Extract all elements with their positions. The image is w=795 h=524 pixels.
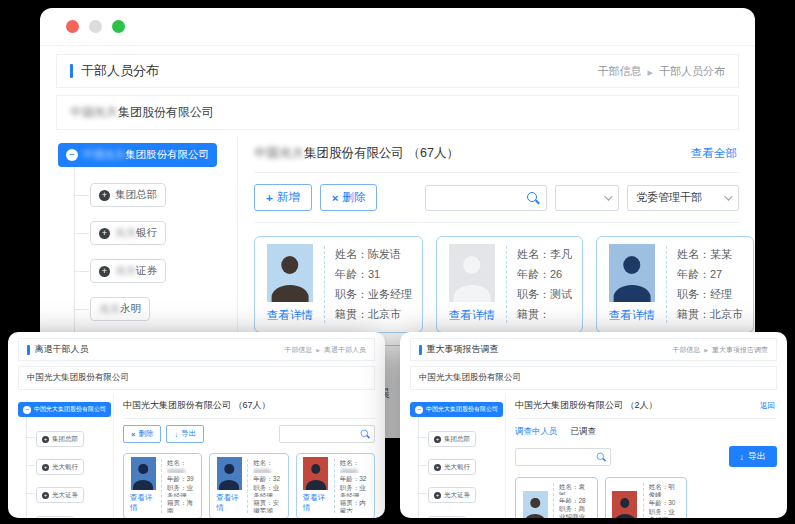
org-tree-panel: 中国光大集团股份有限公司 集团总部 光大银行 光大证券 光大永明 光大金控 光大… [410,394,506,518]
breadcrumb-parent[interactable]: 干部信息 [598,64,642,79]
filter-select-cadre-type[interactable]: 党委管理干部 [627,185,739,211]
tree-node-securities[interactable]: 光大证券 [90,259,166,283]
tree-node-yongming[interactable]: 光大永明 [428,516,466,519]
tree-root-node[interactable]: 中国光大集团股份有限公司 [18,402,111,417]
expand-icon[interactable] [434,464,441,471]
expand-icon[interactable] [42,436,49,443]
search-icon[interactable] [596,451,606,461]
person-card: 查看详情 姓名： 年龄：32 职务：业务经理 籍贯：内蒙古 [296,453,375,518]
expand-icon[interactable] [42,492,49,499]
breadcrumb-current: 重大事项报告调查 [712,345,768,355]
person-origin: 籍贯：内蒙古 [340,499,368,513]
breadcrumb-current: 干部人员分布 [659,64,725,79]
view-detail-link[interactable]: 查看详情 [216,493,242,513]
person-age: 年龄：28 [559,497,591,503]
filter-select-empty[interactable] [555,185,619,211]
collapse-icon[interactable] [23,406,31,414]
person-job: 职务：业务经理 [253,484,281,498]
person-photo [267,244,313,302]
collapse-icon[interactable] [66,149,78,161]
person-card: 调查中 姓名：袁园 年龄：28 职务：商业招商业务经理 籍贯：内蒙古 [515,477,598,518]
breadcrumb-parent[interactable]: 干部信息 [672,345,700,355]
page-title: 干部人员分布 [81,62,159,80]
tree-root-node[interactable]: 中国光大集团股份有限公司 [58,143,217,167]
person-name: 姓名： [167,459,195,473]
person-job: 职务：业务经理 [335,287,412,302]
person-origin: 籍贯：北京市 [677,307,743,322]
download-icon [174,430,178,439]
export-button[interactable]: 导出 [166,425,204,443]
person-job: 职务：业务经理 [649,508,681,518]
tree-node-yongming[interactable]: 光大永明 [90,297,150,321]
view-detail-link[interactable]: 查看详情 [267,308,313,323]
breadcrumb: 干部信息 干部人员分布 [598,64,725,79]
tree-node-securities[interactable]: 光大证券 [36,487,84,503]
export-button[interactable]: 导出 [729,446,778,467]
person-count: （67人） [234,400,271,410]
tree-node-securities[interactable]: 光大证券 [428,487,476,503]
collapse-icon[interactable] [415,406,423,414]
tree-root-node[interactable]: 中国光大集团股份有限公司 [410,402,503,417]
person-name: 姓名：明俊峰 [649,483,681,497]
delete-button[interactable]: 删除 [123,425,161,443]
plus-icon [266,192,273,204]
tree-node-hq[interactable]: 集团总部 [90,183,166,207]
search-icon[interactable] [526,191,540,205]
person-card: 查看详情 姓名：某某 年龄：27 职务：经理 籍贯：北京市 [596,236,754,333]
tree-node-bank[interactable]: 光大银行 [428,459,476,475]
add-button[interactable]: 新增 [254,184,312,211]
expand-icon[interactable] [434,492,441,499]
tab-under-investigation[interactable]: 调查中人员 [515,426,558,438]
person-card: 查看详情 姓名： 年龄：39 职务：业务经理 籍贯：海南 [123,453,202,518]
window-retired-cadres: 离退干部人员 干部信息 离退干部人员 中国光大集团股份有限公司 中国光大集团股份… [8,332,385,518]
tree-node-hq[interactable]: 集团总部 [428,431,476,447]
search-input[interactable] [280,431,358,438]
cross-icon [332,192,339,204]
company-name-prefix-redacted: 中国光大 [70,105,118,119]
cross-icon [131,430,135,439]
company-bar: 中国光大集团股份有限公司 [410,366,777,390]
view-detail-link[interactable]: 查看详情 [609,308,655,323]
redacted-name [167,469,185,473]
back-link[interactable]: 返回 [760,401,775,411]
person-photo [523,491,548,518]
redacted-name [340,469,358,473]
breadcrumb-parent[interactable]: 干部信息 [284,345,312,355]
page-title: 重大事项报告调查 [427,343,499,356]
person-photo-placeholder [449,244,495,302]
expand-icon[interactable] [42,464,49,471]
person-count: （2人） [626,400,658,410]
search-input[interactable] [426,192,526,204]
expand-icon[interactable] [99,190,110,201]
search-input[interactable] [516,453,594,460]
person-photo [217,457,242,490]
breadcrumb: 干部信息 离退干部人员 [284,345,366,355]
view-detail-link[interactable]: 查看详情 [449,308,495,323]
person-name: 姓名：李凡 [517,247,572,262]
tab-investigated[interactable]: 已调查 [571,426,597,438]
delete-button[interactable]: 删除 [320,184,378,211]
view-all-link[interactable]: 查看全部 [691,146,737,161]
tree-node-yongming[interactable]: 光大永明 [36,516,74,519]
search-icon[interactable] [360,429,370,439]
person-name: 姓名：陈发语 [335,247,412,262]
company-name-suffix: 集团股份有限公司 [118,105,214,119]
page-title-bar: 干部人员分布 干部信息 干部人员分布 [56,54,739,88]
breadcrumb-arrow-icon [316,346,320,353]
person-origin: 籍贯：北京市 [335,307,412,322]
person-list-panel: 中国光大集团股份有限公司 （2人） 返回 调查中人员 已调查 导出 [506,394,777,518]
minimize-window-button[interactable] [89,20,102,33]
maximize-window-button[interactable] [112,20,125,33]
tree-node-bank[interactable]: 光大银行 [90,221,166,245]
expand-icon[interactable] [99,266,110,277]
tree-node-hq[interactable]: 集团总部 [36,431,84,447]
tree-node-bank[interactable]: 光大银行 [36,459,84,475]
search-box [515,448,611,466]
person-job: 职务：经理 [677,287,743,302]
view-detail-link[interactable]: 查看详情 [130,493,156,513]
view-detail-link[interactable]: 查看详情 [303,493,329,513]
expand-icon[interactable] [434,436,441,443]
expand-icon[interactable] [99,228,110,239]
close-window-button[interactable] [66,20,79,33]
breadcrumb-arrow-icon [704,346,708,353]
